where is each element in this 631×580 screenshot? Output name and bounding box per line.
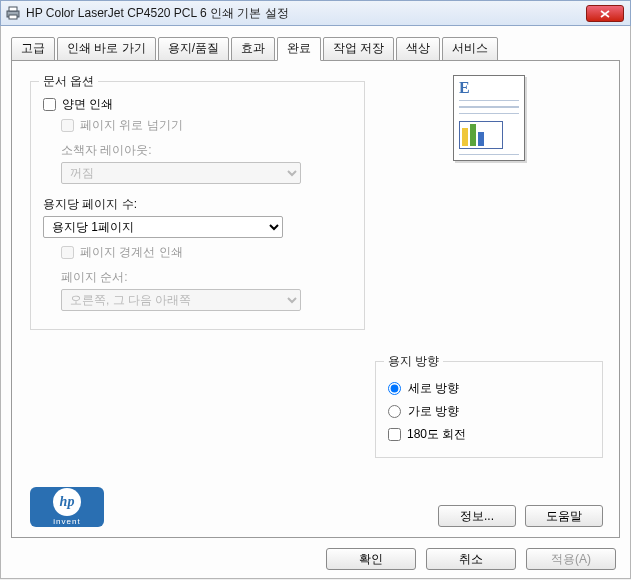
duplex-label: 양면 인쇄 [62,96,113,113]
page-order-label: 페이지 순서: [61,269,354,286]
orientation-landscape-label: 가로 방향 [408,403,459,420]
preview-chart-icon [459,121,503,149]
tab-effects[interactable]: 효과 [231,37,275,61]
tab-job-storage[interactable]: 작업 저장 [323,37,394,61]
flip-up-checkbox: 페이지 위로 넘기기 [61,117,354,134]
legend-orientation: 용지 방향 [384,353,443,370]
pages-per-sheet-label: 용지당 페이지 수: [43,196,354,213]
booklet-label: 소책자 레이아웃: [61,142,354,159]
page-borders-checkbox: 페이지 경계선 인쇄 [61,244,354,261]
tab-paper-quality[interactable]: 용지/품질 [158,37,229,61]
svg-rect-1 [9,7,17,11]
tabstrip: 고급 인쇄 바로 가기 용지/품질 효과 완료 작업 저장 색상 서비스 [11,37,620,61]
apply-button: 적용(A) [526,548,616,570]
window-title: HP Color LaserJet CP4520 PCL 6 인쇄 기본 설정 [26,5,289,22]
flip-up-label: 페이지 위로 넘기기 [80,117,183,134]
page-borders-input [61,246,74,259]
hp-logo-sub: invent [53,517,80,526]
preview-e-icon: E [459,81,519,95]
flip-up-input [61,119,74,132]
page-borders-label: 페이지 경계선 인쇄 [80,244,183,261]
duplex-checkbox[interactable]: 양면 인쇄 [43,96,354,113]
group-document-options: 문서 옵션 양면 인쇄 페이지 위로 넘기기 소책자 레이아웃: [30,81,365,330]
orientation-landscape[interactable]: 가로 방향 [388,403,590,420]
cancel-button[interactable]: 취소 [426,548,516,570]
svg-rect-2 [9,15,17,19]
group-orientation: 용지 방향 세로 방향 가로 방향 180도 회전 [375,361,603,458]
page-preview: E [453,75,525,161]
titlebar: HP Color LaserJet CP4520 PCL 6 인쇄 기본 설정 [0,0,631,26]
tab-finishing[interactable]: 완료 [277,37,321,61]
orientation-portrait[interactable]: 세로 방향 [388,380,590,397]
legend-document-options: 문서 옵션 [39,73,98,90]
tab-color[interactable]: 색상 [396,37,440,61]
orientation-portrait-label: 세로 방향 [408,380,459,397]
close-button[interactable] [586,5,624,22]
tab-shortcut[interactable]: 인쇄 바로 가기 [57,37,156,61]
info-button[interactable]: 정보... [438,505,516,527]
tab-panel-finishing: 문서 옵션 양면 인쇄 페이지 위로 넘기기 소책자 레이아웃: [11,60,620,538]
rotate-180-label: 180도 회전 [407,426,466,443]
page-order-select: 오른쪽, 그 다음 아래쪽 [61,289,301,311]
tab-advanced[interactable]: 고급 [11,37,55,61]
orientation-portrait-input[interactable] [388,382,401,395]
pages-per-sheet-select[interactable]: 용지당 1페이지 [43,216,283,238]
hp-logo: hp invent [30,487,104,527]
rotate-180-checkbox[interactable]: 180도 회전 [388,426,590,443]
help-button[interactable]: 도움말 [525,505,603,527]
orientation-landscape-input[interactable] [388,405,401,418]
hp-logo-icon: hp [53,488,81,516]
rotate-180-input[interactable] [388,428,401,441]
tab-service[interactable]: 서비스 [442,37,498,61]
duplex-input[interactable] [43,98,56,111]
printer-icon [5,5,21,21]
ok-button[interactable]: 확인 [326,548,416,570]
booklet-select: 꺼짐 [61,162,301,184]
